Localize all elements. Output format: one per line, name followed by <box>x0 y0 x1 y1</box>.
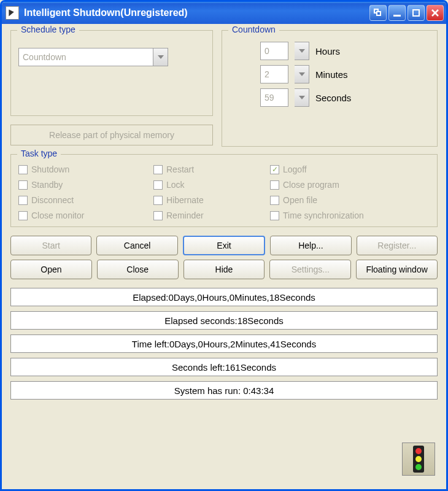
dropdown-arrow-icon[interactable] <box>153 48 168 66</box>
schedule-type-select[interactable]: Countdown <box>18 48 205 66</box>
svg-marker-0 <box>9 9 14 16</box>
checkbox-box <box>18 180 28 190</box>
maximize-button[interactable] <box>407 5 425 21</box>
countdown-group: Countdown 0 Hours 2 Minutes 59 Seconds <box>222 30 438 147</box>
floating-window-button[interactable]: Floating window <box>356 260 438 279</box>
checkbox-standby[interactable]: Standby <box>18 180 153 190</box>
dropdown-arrow-icon[interactable] <box>295 42 309 60</box>
restore-secondary-button[interactable] <box>369 5 387 21</box>
hours-spinner[interactable]: 0 Hours <box>260 42 430 60</box>
app-icon <box>6 6 19 20</box>
register-button[interactable]: Register... <box>357 236 438 255</box>
release-memory-button[interactable]: Release part of physical memory <box>10 125 213 145</box>
dropdown-arrow-icon[interactable] <box>295 88 309 107</box>
client-area: Schedule type Countdown Release part of … <box>2 24 446 489</box>
checkbox-reminder[interactable]: Reminder <box>153 211 270 220</box>
checkbox-label: Open file <box>283 195 317 205</box>
checkbox-hibernate[interactable]: Hibernate <box>153 195 270 205</box>
cancel-button[interactable]: Cancel <box>96 236 177 255</box>
checkbox-box <box>270 196 279 205</box>
checkbox-label: Disconnect <box>31 195 74 205</box>
checkbox-shutdown[interactable]: Shutdown <box>18 164 153 174</box>
tray-traffic-light-icon[interactable] <box>402 443 435 476</box>
task-type-legend: Task type <box>17 149 61 158</box>
button-bar: Start Cancel Exit Help... Register... Op… <box>10 236 438 279</box>
close-button-action[interactable]: Close <box>97 260 179 279</box>
svg-marker-2 <box>299 49 305 53</box>
status-panel: Elapsed:0Days,0Hours,0Minutes,18Seconds … <box>10 288 438 400</box>
schedule-type-group: Schedule type Countdown <box>10 30 213 116</box>
settings-button[interactable]: Settings... <box>269 260 351 279</box>
hide-button[interactable]: Hide <box>183 260 265 279</box>
checkbox-box <box>18 196 28 205</box>
help-button[interactable]: Help... <box>270 236 351 255</box>
countdown-legend: Countdown <box>228 25 279 34</box>
checkbox-label: Lock <box>166 180 185 190</box>
close-button[interactable] <box>427 5 444 21</box>
status-time-left: Time left:0Days,0Hours,2Minutes,41Second… <box>10 334 438 353</box>
seconds-value: 59 <box>260 88 288 107</box>
checkbox-box <box>153 180 163 190</box>
checkbox-box <box>153 165 163 174</box>
open-button[interactable]: Open <box>10 260 92 279</box>
schedule-type-legend: Schedule type <box>17 25 79 34</box>
titlebar[interactable]: Intelligent Shutdown(Unregistered) <box>2 2 446 24</box>
checkbox-label: Standby <box>31 180 63 190</box>
checkbox-time-synchronization[interactable]: Time synchronization <box>270 211 430 220</box>
checkbox-close-monitor[interactable]: Close monitor <box>18 211 153 220</box>
checkbox-box <box>18 165 28 174</box>
checkbox-label: Close monitor <box>31 211 84 220</box>
checkbox-lock[interactable]: Lock <box>153 180 270 190</box>
status-seconds-left: Seconds left:161Seconds <box>10 358 438 376</box>
checkbox-close-program[interactable]: Close program <box>270 180 430 190</box>
dropdown-arrow-icon[interactable] <box>295 65 309 83</box>
checkbox-box <box>270 211 279 220</box>
checkbox-box <box>153 211 163 220</box>
checkbox-box <box>270 165 279 174</box>
window-title: Intelligent Shutdown(Unregistered) <box>24 7 188 18</box>
minimize-button[interactable] <box>388 5 406 21</box>
minutes-spinner[interactable]: 2 Minutes <box>260 65 430 83</box>
checkbox-logoff[interactable]: Logoff <box>270 164 430 174</box>
status-elapsed-seconds: Elapsed seconds:18Seconds <box>10 311 438 330</box>
seconds-spinner[interactable]: 59 Seconds <box>260 88 430 107</box>
status-system-run: System has run: 0:43:34 <box>10 381 438 400</box>
app-window: Intelligent Shutdown(Unregistered) Sched… <box>0 0 448 491</box>
seconds-label: Seconds <box>315 93 351 103</box>
schedule-type-value: Countdown <box>18 48 153 66</box>
svg-marker-1 <box>158 55 164 59</box>
hours-value: 0 <box>260 42 288 60</box>
checkbox-label: Close program <box>283 180 339 190</box>
checkbox-open-file[interactable]: Open file <box>270 195 430 205</box>
hours-label: Hours <box>315 46 340 56</box>
checkbox-disconnect[interactable]: Disconnect <box>18 195 153 205</box>
checkbox-label: Reminder <box>166 211 204 220</box>
checkbox-restart[interactable]: Restart <box>153 164 270 174</box>
start-button[interactable]: Start <box>10 236 91 255</box>
minutes-value: 2 <box>260 65 288 83</box>
checkbox-box <box>153 196 163 205</box>
checkbox-label: Logoff <box>283 164 307 174</box>
status-elapsed: Elapsed:0Days,0Hours,0Minutes,18Seconds <box>10 288 438 306</box>
checkbox-label: Shutdown <box>31 164 69 174</box>
checkbox-box <box>18 211 28 220</box>
svg-marker-3 <box>299 72 305 76</box>
minutes-label: Minutes <box>315 69 348 80</box>
checkbox-box <box>270 180 279 190</box>
svg-marker-4 <box>299 96 305 99</box>
checkbox-label: Hibernate <box>166 195 204 205</box>
checkbox-label: Time synchronization <box>283 211 364 220</box>
task-type-group: Task type ShutdownRestartLogoffStandbyLo… <box>10 154 438 227</box>
exit-button[interactable]: Exit <box>183 236 265 255</box>
checkbox-label: Restart <box>166 164 194 174</box>
